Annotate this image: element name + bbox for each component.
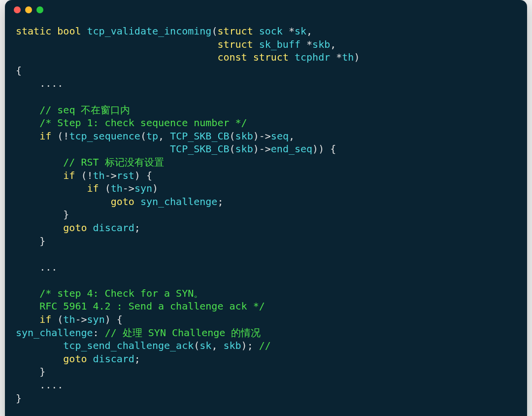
token-punct [16,143,170,155]
token-punct [16,38,217,50]
token-punct: } [16,208,69,220]
token-punct: ) { [134,170,152,181]
token-keyword: if [39,313,51,325]
token-punct: ( [99,182,111,194]
window-titlebar [5,0,527,20]
token-identifier: syn_challenge [16,327,93,339]
token-identifier: TCP_SKB_CB [170,130,229,142]
token-punct: ( [230,143,235,155]
code-line: .... [16,77,63,89]
token-identifier: discard [93,353,134,365]
token-punct [87,222,93,234]
token-punct [16,196,111,208]
token-punct [16,340,63,351]
token-identifier: th [342,51,354,63]
token-punct [16,104,39,116]
code-line: ... [16,261,57,273]
token-punct: )-> [253,130,271,142]
token-identifier: sk [200,340,211,351]
token-punct [253,25,259,37]
code-line: } [16,235,45,247]
token-identifier: tcp_validate_incoming [87,25,212,37]
token-punct: ) [152,182,158,194]
token-punct: ); [241,340,259,351]
token-punct: ) [354,51,360,63]
token-identifier: th [93,170,105,181]
token-identifier: end_seq [271,143,312,155]
token-punct: , [158,130,170,142]
code-block: static bool tcp_validate_incoming(struct… [5,20,527,410]
terminal-window: static bool tcp_validate_incoming(struct… [5,0,527,416]
code-line: goto discard; [16,353,140,365]
token-identifier: syn_challenge [140,196,218,208]
token-identifier: th [63,313,75,325]
token-punct [16,182,87,194]
token-identifier: tcp_send_challenge_ack [63,340,194,351]
code-line: .... [16,379,63,391]
code-line: syn_challenge: // 处理 SYN Challenge 的情况 [16,327,261,339]
token-identifier: sk [295,25,306,37]
code-line: if (!th->rst) { [16,170,152,181]
token-punct [16,353,63,365]
token-punct [16,313,39,325]
token-punct [247,51,253,63]
token-punct: { [16,65,22,76]
token-comment: // 处理 SYN Challenge 的情况 [105,327,261,339]
token-punct: , [330,38,336,50]
token-punct [16,300,39,312]
token-punct [16,287,39,299]
code-line: if (!tcp_sequence(tp, TCP_SKB_CB(skb)->s… [16,130,295,142]
close-icon[interactable] [14,6,21,13]
code-line: const struct tcphdr *th) [16,51,360,63]
token-keyword: if [87,182,99,194]
token-punct: ... [16,261,57,273]
code-line: tcp_send_challenge_ack(sk, skb); // [16,340,271,351]
token-punct [16,51,217,63]
token-punct: ( [211,25,217,37]
token-punct [289,51,295,63]
token-keyword: goto [63,222,87,234]
token-punct [81,25,87,37]
token-punct: .... [16,77,63,89]
token-identifier: tp [146,130,158,142]
token-punct: (! [51,130,69,142]
token-punct [16,222,63,234]
token-punct: ( [230,130,235,142]
token-comment: // [259,340,271,351]
zoom-icon[interactable] [36,6,43,13]
token-punct [87,353,93,365]
code-line: /* Step 1: check sequence number */ [16,117,247,129]
token-punct [16,130,39,142]
token-identifier: rst [117,170,134,181]
token-punct: )) { [312,143,336,155]
token-identifier: syn [87,313,105,325]
token-identifier: tcp_sequence [69,130,140,142]
token-identifier: skb [235,130,253,142]
token-punct: (! [75,170,93,181]
code-line: // seq 不在窗口内 [16,104,130,116]
code-line: goto discard; [16,222,140,234]
token-identifier: seq [271,130,289,142]
token-punct: -> [75,313,87,325]
code-line: if (th->syn) [16,182,158,194]
token-punct: -> [105,170,117,181]
token-comment: // seq 不在窗口内 [39,104,130,116]
token-punct: ( [194,340,200,351]
token-punct: } [16,366,45,378]
token-punct: ( [51,313,63,325]
token-punct: ( [140,130,146,142]
token-keyword: const [217,51,247,63]
token-punct: , [306,25,312,37]
token-identifier: syn [134,182,152,194]
token-keyword: goto [111,196,134,208]
token-identifier: skb [223,340,241,351]
minimize-icon[interactable] [25,6,32,13]
code-line: if (th->syn) { [16,313,123,325]
token-keyword: if [39,130,51,142]
token-punct: ) { [105,313,123,325]
token-identifier: skb [235,143,253,155]
code-line: } [16,366,45,378]
token-identifier: sk_buff [259,38,300,50]
token-identifier: discard [93,222,134,234]
token-punct: , [289,130,295,142]
